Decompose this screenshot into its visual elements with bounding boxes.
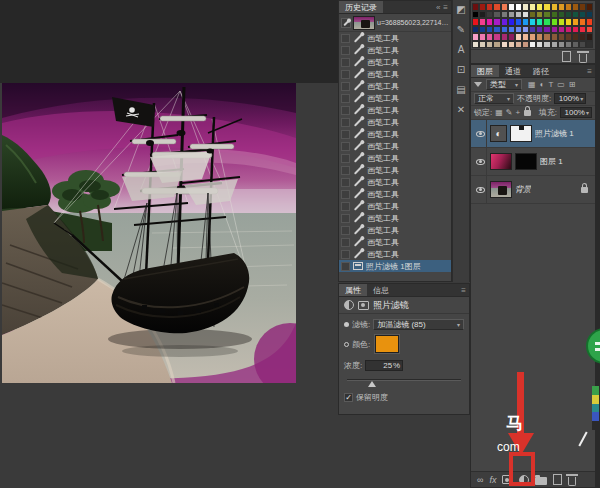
color-radio[interactable] [344, 342, 349, 347]
color-swatch[interactable] [479, 33, 486, 41]
color-swatch[interactable] [508, 3, 515, 11]
lock-position-icon[interactable]: + [516, 108, 521, 117]
panel-menu-icon[interactable]: ≡ [461, 286, 466, 295]
color-swatch[interactable] [586, 41, 593, 49]
history-entry-brush[interactable]: 画笔工具 [339, 152, 451, 164]
history-source-checkbox[interactable] [341, 34, 350, 43]
color-swatch[interactable] [558, 11, 565, 19]
color-swatch[interactable] [508, 18, 515, 26]
color-swatch[interactable] [522, 33, 529, 41]
color-swatch[interactable] [572, 11, 579, 19]
color-swatch[interactable] [565, 18, 572, 26]
color-swatch[interactable] [472, 11, 479, 19]
color-swatch[interactable] [515, 3, 522, 11]
panel-menu-icon[interactable]: ≡ [587, 67, 592, 76]
history-entry-brush[interactable]: 画笔工具 [339, 140, 451, 152]
panel-collapse-icon[interactable]: « [436, 3, 440, 12]
tab-history[interactable]: 历史记录 [339, 1, 383, 13]
filter-pixel-icon[interactable]: ▦ [528, 80, 536, 89]
panel-menu-icon[interactable]: ≡ [443, 3, 448, 12]
history-source-checkbox[interactable] [341, 58, 350, 67]
color-swatch[interactable] [543, 3, 550, 11]
tools-panel-icon[interactable]: ✕ [457, 104, 465, 115]
color-swatch[interactable] [501, 26, 508, 34]
color-swatch[interactable] [586, 26, 593, 34]
color-swatch[interactable] [543, 11, 550, 19]
color-swatch[interactable] [543, 33, 550, 41]
color-swatch[interactable] [515, 33, 522, 41]
color-swatch[interactable] [551, 3, 558, 11]
color-swatch[interactable] [515, 26, 522, 34]
history-source-checkbox[interactable] [341, 70, 350, 79]
color-swatch[interactable] [551, 11, 558, 19]
color-swatch[interactable] [501, 3, 508, 11]
color-swatch[interactable] [493, 18, 500, 26]
color-swatch[interactable] [486, 26, 493, 34]
color-swatch[interactable] [558, 41, 565, 49]
layer-style-button[interactable]: fx [489, 475, 496, 485]
history-source-checkbox[interactable] [341, 166, 350, 175]
color-swatch[interactable] [543, 26, 550, 34]
color-swatch[interactable] [586, 18, 593, 26]
history-source-checkbox[interactable] [341, 226, 350, 235]
history-source-checkbox[interactable] [341, 190, 350, 199]
tab-layers[interactable]: 图层 [471, 65, 499, 77]
color-swatch[interactable] [579, 18, 586, 26]
color-swatch[interactable] [551, 33, 558, 41]
layer-mask-thumbnail[interactable] [510, 125, 532, 142]
color-swatch[interactable] [565, 41, 572, 49]
history-source-checkbox[interactable] [341, 130, 350, 139]
color-swatch[interactable] [543, 18, 550, 26]
fill-field[interactable]: 100%▾ [560, 107, 592, 118]
layer-thumbnail[interactable] [490, 181, 512, 198]
history-entry-brush[interactable]: 画笔工具 [339, 248, 451, 260]
color-swatch[interactable] [565, 26, 572, 34]
delete-swatch-button[interactable] [579, 54, 587, 63]
history-source-checkbox[interactable] [341, 238, 350, 247]
color-swatch[interactable] [579, 41, 586, 49]
color-swatch[interactable] [493, 26, 500, 34]
history-entry-brush[interactable]: 画笔工具 [339, 164, 451, 176]
color-swatch[interactable] [486, 11, 493, 19]
history-source-checkbox[interactable] [341, 178, 350, 187]
preserve-luminosity-checkbox[interactable]: ✓ [344, 393, 353, 402]
color-swatch[interactable] [558, 3, 565, 11]
history-source-checkbox[interactable] [341, 46, 350, 55]
history-entry-brush[interactable]: 画笔工具 [339, 56, 451, 68]
color-swatch[interactable] [579, 3, 586, 11]
filter-type-icon[interactable]: T [548, 80, 553, 89]
visibility-toggle[interactable] [474, 148, 487, 175]
color-swatch[interactable] [558, 33, 565, 41]
color-swatch[interactable] [479, 41, 486, 49]
color-swatch[interactable] [501, 18, 508, 26]
color-swatch[interactable] [472, 18, 479, 26]
lock-transparency-icon[interactable]: ▦ [495, 108, 503, 117]
color-swatch[interactable] [501, 41, 508, 49]
history-entry-brush[interactable]: 画笔工具 [339, 212, 451, 224]
color-swatch[interactable] [508, 11, 515, 19]
layer-thumbnail[interactable] [490, 153, 512, 170]
filter-smart-icon[interactable]: ⊞ [569, 80, 576, 89]
color-swatch[interactable] [522, 41, 529, 49]
history-source-checkbox[interactable] [341, 154, 350, 163]
density-slider[interactable] [347, 378, 461, 386]
history-entry-brush[interactable]: 画笔工具 [339, 80, 451, 92]
color-swatch[interactable] [536, 3, 543, 11]
color-swatch[interactable] [558, 26, 565, 34]
history-entry-brush[interactable]: 画笔工具 [339, 188, 451, 200]
color-swatch[interactable] [508, 41, 515, 49]
history-entry-brush[interactable]: 画笔工具 [339, 44, 451, 56]
color-swatch[interactable] [565, 11, 572, 19]
history-entry-brush[interactable]: 画笔工具 [339, 128, 451, 140]
history-source-checkbox[interactable] [341, 118, 350, 127]
layer-filter-dropdown[interactable]: 类型▾ [486, 79, 522, 90]
color-swatch[interactable] [493, 3, 500, 11]
history-source-checkbox[interactable] [341, 250, 350, 259]
history-entry-brush[interactable]: 画笔工具 [339, 176, 451, 188]
history-source-checkbox[interactable] [341, 142, 350, 151]
density-slider-handle[interactable] [368, 381, 376, 387]
color-swatch[interactable] [515, 11, 522, 19]
color-swatch[interactable] [529, 18, 536, 26]
delete-layer-button[interactable] [568, 477, 576, 486]
lock-pixels-icon[interactable]: ✎ [506, 108, 513, 117]
